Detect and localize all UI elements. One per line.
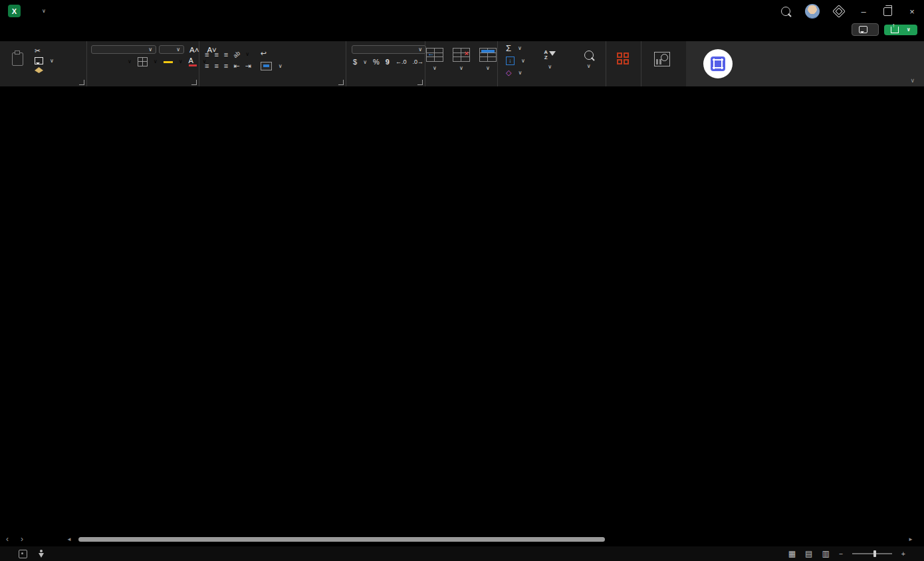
analyze-data-icon (654, 52, 670, 66)
format-painter-button[interactable] (32, 66, 57, 74)
addins-icon (617, 53, 630, 66)
font-color-icon: A (189, 56, 193, 64)
addins-button[interactable] (612, 53, 635, 67)
funnel-icon (549, 51, 556, 59)
fill-color-button[interactable] (164, 60, 173, 63)
page-layout-view-icon[interactable]: ▤ (805, 549, 812, 558)
insert-cells-button[interactable]: ←∨ (421, 48, 448, 72)
minimize-button[interactable]: – (858, 7, 869, 17)
borders-chevron-icon[interactable]: ∨ (154, 58, 158, 64)
cut-button[interactable]: ✂ (32, 46, 57, 55)
fill-color-chevron-icon[interactable]: ∨ (179, 58, 183, 64)
currency-chevron-icon: ∨ (363, 59, 367, 65)
user-avatar[interactable] (805, 4, 820, 19)
align-middle-icon[interactable]: ≡ (214, 51, 218, 58)
clear-button[interactable]: ◇∨ (503, 68, 528, 78)
autosum-button[interactable]: Σ∨ (503, 43, 528, 54)
format-cells-icon (479, 48, 497, 62)
font-color-button[interactable]: A (189, 56, 197, 66)
format-bar-icon (481, 50, 495, 53)
ribbon-group-addins (606, 41, 641, 86)
clear-chevron-icon: ∨ (518, 70, 522, 76)
format-chevron-icon: ∨ (486, 64, 490, 72)
fill-chevron-icon: ∨ (521, 58, 525, 64)
merge-center-button[interactable]: ∨ (258, 61, 285, 71)
orientation-chevron-icon: ∨ (245, 51, 249, 58)
align-top-icon[interactable]: ≡ (205, 51, 209, 58)
zoom-out-button[interactable]: − (839, 550, 843, 558)
scroll-left-arrow-icon[interactable]: ◄ (66, 536, 72, 542)
font-name-select[interactable]: ∨ (91, 45, 156, 54)
ribbon-collapse-chevron-icon[interactable]: ∨ (910, 77, 915, 84)
horizontal-scrollbar[interactable]: ◄ ► (65, 536, 915, 542)
align-center-icon[interactable]: ≡ (214, 62, 218, 69)
ribbon-group-alignment: ≡ ≡ ≡ ab ∨ ≡ ≡ ≡ ⇤ ⇥ ↩ ∨ (199, 41, 346, 86)
fill-color-bar (164, 61, 173, 63)
page-break-view-icon[interactable]: ▥ (822, 549, 829, 558)
decrease-indent-icon[interactable]: ⇤ (233, 62, 239, 69)
brand-panel (686, 41, 924, 86)
fill-button[interactable]: ↓∨ (503, 56, 528, 66)
find-select-button[interactable]: ∨ (572, 51, 606, 70)
accessibility-status[interactable] (38, 550, 49, 558)
scroll-right-arrow-icon[interactable]: ► (908, 536, 913, 542)
sort-filter-chevron-icon: ∨ (548, 63, 552, 70)
spreadsheet-grid (0, 86, 924, 532)
macro-record-icon[interactable] (19, 550, 27, 558)
align-left-icon[interactable]: ≡ (205, 62, 209, 69)
delete-cells-button[interactable]: ×∨ (448, 48, 475, 72)
underline-chevron-icon[interactable]: ∨ (128, 58, 132, 64)
copy-button[interactable]: ∨ (32, 56, 57, 65)
insert-chevron-icon: ∨ (433, 64, 437, 72)
font-size-select[interactable]: ∨ (159, 45, 184, 54)
clipboard-icon (12, 53, 23, 66)
horizontal-scroll-thumb[interactable] (78, 537, 605, 542)
format-painter-icon (35, 67, 43, 73)
wrap-text-button[interactable]: ↩ (258, 49, 285, 57)
zoom-slider[interactable] (852, 553, 892, 554)
align-right-icon[interactable]: ≡ (224, 62, 228, 69)
zoom-slider-thumb[interactable] (873, 550, 876, 557)
premium-gem-icon[interactable] (832, 5, 846, 18)
font-color-bar (189, 64, 197, 66)
orientation-icon[interactable]: ab (232, 49, 241, 58)
ribbon-group-cells: ←∨ ×∨ ∨ (425, 41, 498, 86)
autosum-chevron-icon: ∨ (518, 45, 522, 51)
close-button[interactable]: × (907, 7, 917, 17)
number-dialog-launcher-icon[interactable] (417, 80, 423, 85)
comma-style-icon[interactable]: 9 (386, 58, 390, 66)
delete-chevron-icon: ∨ (459, 64, 463, 72)
next-sheet-arrow-icon[interactable]: › (15, 534, 29, 544)
fill-down-icon: ↓ (506, 56, 515, 65)
sort-filter-icon: AZ (544, 50, 556, 60)
align-bottom-icon[interactable]: ≡ (224, 51, 228, 58)
currency-icon[interactable]: $ (353, 58, 357, 66)
borders-icon[interactable] (138, 57, 148, 66)
analyze-data-button[interactable] (649, 52, 675, 68)
clipboard-dialog-launcher-icon[interactable] (79, 80, 84, 85)
restore-button[interactable] (883, 7, 892, 16)
increase-decimal-icon[interactable]: ←.0 (396, 58, 407, 65)
normal-view-icon[interactable]: ▦ (788, 549, 796, 558)
sort-filter-button[interactable]: AZ ∨ (533, 50, 567, 70)
share-chevron-down-icon: ∨ (907, 27, 911, 33)
accessibility-icon (38, 550, 45, 558)
paste-button[interactable] (4, 53, 31, 67)
font-dialog-launcher-icon[interactable] (191, 80, 197, 85)
number-format-select[interactable]: ∨ (352, 45, 426, 54)
comments-button[interactable] (852, 23, 879, 36)
zoom-in-button[interactable]: + (901, 550, 905, 558)
prev-sheet-arrow-icon[interactable]: ‹ (0, 534, 15, 544)
comment-icon (859, 26, 867, 33)
format-cells-button[interactable]: ∨ (475, 48, 501, 72)
increase-indent-icon[interactable]: ⇥ (245, 62, 251, 69)
readonly-chevron-down-icon[interactable]: ∨ (42, 8, 46, 14)
copy-icon (35, 57, 43, 64)
find-magnifier-icon (584, 51, 594, 60)
alignment-dialog-launcher-icon[interactable] (338, 80, 344, 85)
ribbon-group-number: ∨ $∨ % 9 ←.0 .0→ (346, 41, 425, 86)
search-icon[interactable] (781, 7, 790, 16)
share-button[interactable]: ∨ (884, 25, 918, 35)
percent-icon[interactable]: % (373, 58, 380, 66)
insert-cells-icon: ← (426, 48, 443, 62)
